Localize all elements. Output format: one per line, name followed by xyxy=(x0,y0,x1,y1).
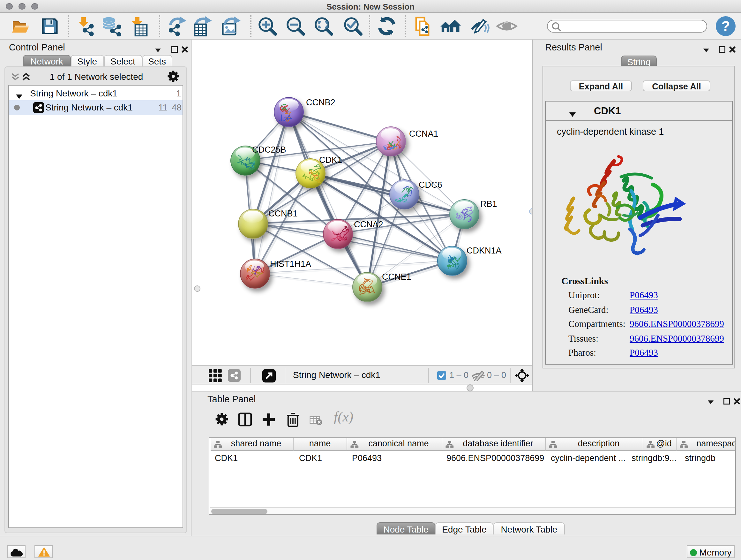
svg-text:?: ? xyxy=(722,18,730,34)
